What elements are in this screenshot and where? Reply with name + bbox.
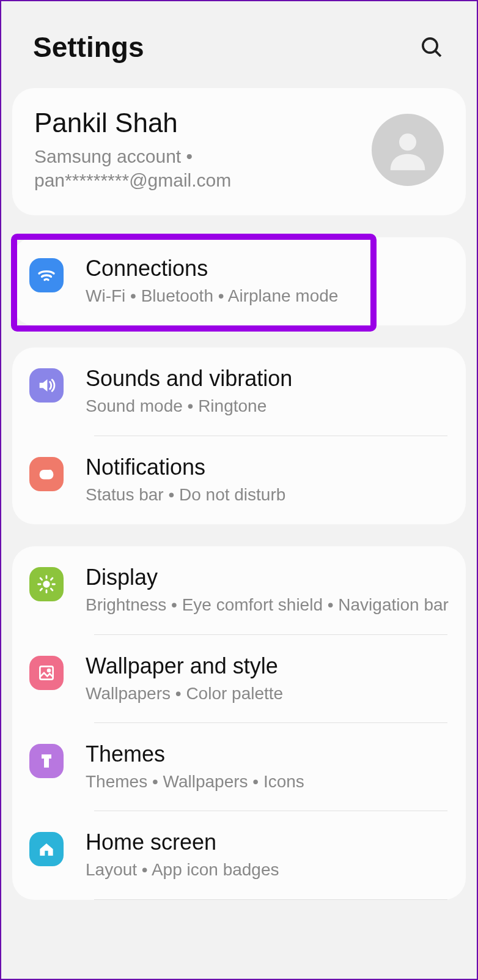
svg-line-13	[51, 578, 53, 580]
account-card[interactable]: Pankil Shah Samsung account • pan*******…	[12, 88, 466, 215]
item-sub: Brightness • Eye comfort shield • Naviga…	[86, 594, 449, 616]
item-sub: Layout • App icon badges	[86, 859, 449, 881]
notifications-icon	[29, 457, 64, 491]
account-text: Pankil Shah Samsung account • pan*******…	[34, 108, 372, 192]
settings-item-connections[interactable]: Connections Wi-Fi • Bluetooth • Airplane…	[12, 237, 466, 325]
account-name: Pankil Shah	[34, 108, 359, 138]
group-sounds-notifications: Sounds and vibration Sound mode • Ringto…	[12, 347, 466, 524]
wallpaper-icon	[29, 656, 64, 690]
home-icon	[29, 832, 64, 866]
item-title: Sounds and vibration	[86, 366, 449, 392]
search-button[interactable]	[418, 34, 445, 61]
settings-item-notifications[interactable]: Notifications Status bar • Do not distur…	[12, 436, 466, 524]
item-title: Themes	[86, 741, 449, 767]
svg-point-15	[48, 669, 50, 672]
svg-line-1	[435, 51, 441, 56]
item-title: Connections	[86, 256, 449, 281]
item-sub: Status bar • Do not disturb	[86, 484, 449, 506]
header: Settings	[1, 1, 477, 88]
svg-point-4	[48, 469, 52, 473]
svg-line-11	[51, 589, 53, 591]
display-icon	[29, 567, 64, 601]
svg-point-5	[43, 581, 50, 588]
search-icon	[419, 35, 444, 59]
settings-item-themes[interactable]: Themes Themes • Wallpapers • Icons	[12, 723, 466, 811]
person-icon	[383, 125, 432, 174]
page-title: Settings	[33, 31, 144, 64]
item-title: Display	[86, 565, 449, 590]
settings-item-wallpaper[interactable]: Wallpaper and style Wallpapers • Color p…	[12, 635, 466, 723]
svg-line-12	[40, 589, 42, 591]
themes-icon	[29, 744, 64, 778]
item-sub: Themes • Wallpapers • Icons	[86, 771, 449, 793]
item-title: Wallpaper and style	[86, 653, 449, 679]
item-sub: Wi-Fi • Bluetooth • Airplane mode	[86, 285, 449, 307]
item-sub: Sound mode • Ringtone	[86, 395, 449, 417]
connections-group: Connections Wi-Fi • Bluetooth • Airplane…	[12, 237, 466, 325]
wifi-icon	[29, 258, 64, 292]
settings-item-display[interactable]: Display Brightness • Eye comfort shield …	[12, 546, 466, 634]
settings-item-sounds[interactable]: Sounds and vibration Sound mode • Ringto…	[12, 347, 466, 436]
settings-item-home-screen[interactable]: Home screen Layout • App icon badges	[12, 811, 466, 899]
svg-point-2	[399, 133, 416, 150]
avatar	[372, 114, 444, 186]
item-sub: Wallpapers • Color palette	[86, 683, 449, 705]
item-title: Home screen	[86, 830, 449, 855]
svg-rect-14	[40, 666, 53, 679]
svg-line-10	[40, 578, 42, 580]
item-title: Notifications	[86, 455, 449, 480]
sound-icon	[29, 368, 64, 403]
svg-point-0	[423, 39, 437, 53]
group-display-etc: Display Brightness • Eye comfort shield …	[12, 546, 466, 900]
account-sub: Samsung account • pan*********@gmail.com	[34, 144, 359, 192]
